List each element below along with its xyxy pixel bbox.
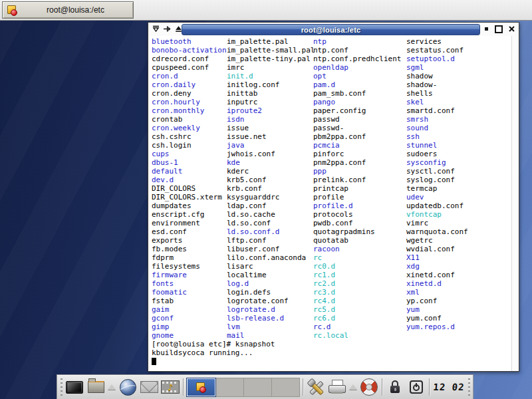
- window-title: root@louisa:/etc: [301, 26, 361, 34]
- directory-entry: xdg: [406, 262, 468, 271]
- directory-entry: X11: [406, 253, 468, 262]
- file-entry: pbm2ppa.conf: [313, 132, 401, 141]
- file-list-column-4: servicessestatus.confsetuptool.dsgmlshad…: [406, 37, 468, 331]
- file-entry: DIR_COLORS.xterm: [152, 193, 227, 201]
- file-entry: login.defs: [227, 288, 315, 297]
- minimize-icon[interactable]: [481, 24, 491, 34]
- directory-entry: cron.daily: [152, 80, 227, 89]
- file-entry: profile: [313, 193, 401, 201]
- show-desktop-icon[interactable]: [65, 376, 84, 398]
- directory-entry: dbus-1: [152, 158, 227, 167]
- file-entry: pnm2ppa.conf: [313, 158, 401, 167]
- expand-arrow-icon[interactable]: [107, 376, 116, 398]
- file-entry: kderc: [227, 167, 315, 176]
- terminal-screen[interactable]: bluetoothbonobo-activationcdrecord.confc…: [148, 36, 519, 371]
- panel-separator: [183, 378, 184, 396]
- close-icon[interactable]: [507, 24, 516, 34]
- directory-entry: iproute2: [227, 106, 315, 115]
- file-entry: inittab: [227, 89, 315, 98]
- directory-entry: log.d: [227, 279, 315, 288]
- directory-entry: ppp: [313, 167, 401, 176]
- terminal-cursor: [152, 358, 156, 365]
- file-entry: im_palette-small.pal: [227, 46, 315, 55]
- printer-icon[interactable]: [327, 376, 347, 398]
- directory-entry: profile.d: [313, 201, 401, 210]
- directory-entry: xinetd.d: [406, 279, 468, 288]
- directory-entry: smrsh: [406, 115, 468, 124]
- directory-entry: openldap: [313, 63, 401, 72]
- top-taskbar: root@louisa:/etc: [0, 0, 532, 21]
- settings-tools-icon[interactable]: [306, 376, 326, 398]
- directory-entry: xml: [406, 288, 468, 297]
- directory-entry: gconf: [152, 314, 227, 323]
- directory-entry: kde: [227, 158, 315, 167]
- directory-entry: foomatic: [152, 288, 227, 297]
- file-entry: ksysguarddrc: [227, 193, 315, 201]
- file-entry: wgetrc: [406, 236, 468, 245]
- directory-entry: yum: [406, 305, 468, 314]
- directory-entry: fonts: [152, 279, 227, 288]
- file-entry: yp.conf: [406, 297, 468, 305]
- file-entry: inputrc: [227, 98, 315, 106]
- taskbar-window-button[interactable]: root@louisa:/etc: [2, 1, 134, 19]
- file-entry: libuser.conf: [227, 245, 315, 253]
- taskbar-active-window-button[interactable]: [186, 378, 216, 397]
- panel-handle-right[interactable]: [467, 378, 471, 396]
- file-entry: environment: [152, 219, 227, 227]
- multimedia-icon[interactable]: ♪: [160, 376, 180, 398]
- titlebar-drag-area[interactable]: root@louisa:/etc: [182, 24, 480, 35]
- panel-handle-left[interactable]: [59, 378, 63, 396]
- shade-icon[interactable]: [151, 24, 160, 34]
- konsole-icon: [196, 382, 207, 393]
- directory-entry: pcmcia: [313, 141, 401, 150]
- logout-power-icon[interactable]: [406, 376, 426, 398]
- file-entry: warnquota.conf: [406, 227, 468, 236]
- file-entry: crontab: [152, 115, 227, 124]
- file-entry: issue: [227, 124, 315, 132]
- home-folder-icon[interactable]: [86, 376, 106, 398]
- sticky-pin-icon[interactable]: [162, 24, 172, 34]
- file-entry: quotatab: [313, 236, 401, 245]
- file-entry: krb.conf: [227, 184, 315, 193]
- file-entry: krb5.conf: [227, 176, 315, 184]
- file-entry: csh.cshrc: [152, 132, 227, 141]
- directory-entry: logrotate.d: [227, 305, 315, 314]
- expand-arrow-icon[interactable]: [348, 376, 358, 398]
- titlebar-right-buttons: [481, 24, 516, 34]
- file-entry: wvdial.conf: [406, 245, 468, 253]
- directory-entry: gimp: [152, 323, 227, 331]
- directory-entry: pango: [313, 98, 401, 106]
- terminal-scrollbar[interactable]: [511, 36, 519, 371]
- help-lifering-icon[interactable]: [359, 376, 379, 398]
- file-entry: smartd.conf: [406, 106, 468, 115]
- file-entry: lisarc: [227, 262, 315, 271]
- file-entry: localtime: [227, 271, 315, 279]
- konsole-icon: [7, 5, 18, 16]
- symlink-entry: rc1.d: [313, 271, 401, 279]
- maximize-icon[interactable]: [494, 24, 503, 34]
- taskbar-empty-slot: [244, 378, 272, 397]
- file-entry: cpuspeed.conf: [152, 63, 227, 72]
- directory-entry: bluetooth: [152, 37, 227, 46]
- file-entry: quotagrpadmins: [313, 227, 401, 236]
- file-entry: services: [406, 37, 468, 46]
- panel-clock[interactable]: 12 02: [432, 382, 466, 392]
- file-entry: ntp.conf.predhclient: [313, 55, 401, 63]
- file-entry: exports: [152, 236, 227, 245]
- web-browser-icon[interactable]: [118, 376, 138, 398]
- symlink-entry: rc5.d: [313, 305, 401, 314]
- file-entry: vimrc: [406, 219, 468, 227]
- window-titlebar[interactable]: root@louisa:/etc: [148, 23, 519, 36]
- file-entry: xinetd.conf: [406, 271, 468, 279]
- file-list-column-2: im_palette.palim_palette-small.palim_pal…: [227, 37, 315, 340]
- directory-entry: stunnel: [406, 141, 468, 150]
- file-entry: fb.modes: [152, 245, 227, 253]
- file-entry: yum.conf: [406, 314, 468, 323]
- file-entry: sestatus.conf: [406, 46, 468, 55]
- symlink-entry: rc0.d: [313, 262, 401, 271]
- email-icon[interactable]: [139, 376, 159, 398]
- file-entry: issue.net: [227, 132, 315, 141]
- lock-screen-icon[interactable]: [385, 376, 405, 398]
- terminal-prompt-block: [root@louisa etc]# ksnapshot kbuildsycoc…: [152, 340, 275, 365]
- directory-entry: firmware: [152, 271, 227, 279]
